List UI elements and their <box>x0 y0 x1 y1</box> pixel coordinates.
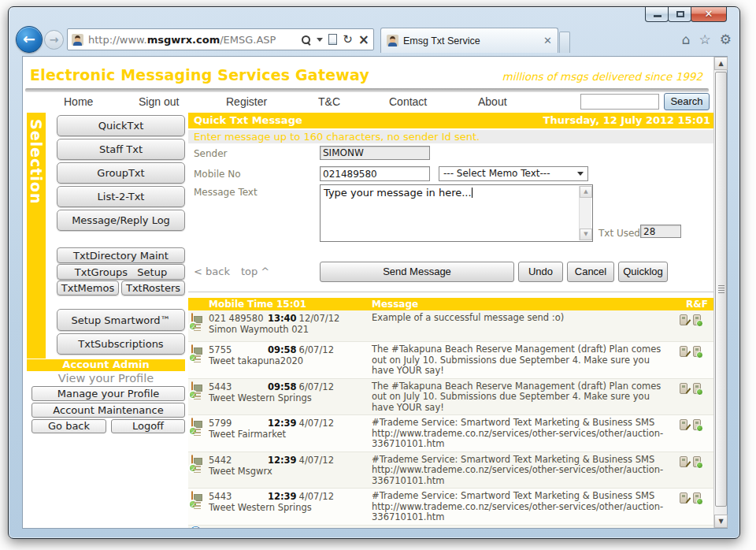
nav-item[interactable]: T&C <box>318 95 340 108</box>
nav-item[interactable]: Register <box>226 95 267 108</box>
sidebar-button[interactable]: List-2-Txt <box>57 186 185 207</box>
back-button[interactable]: ← <box>16 26 43 53</box>
new-tab-button[interactable] <box>559 32 570 53</box>
table-row[interactable]: 544312:394/07/12 Tweet Western Springs #… <box>188 489 713 526</box>
sidebar-button[interactable]: TxtMemos <box>57 281 119 295</box>
message-text: Thanks Boarding now <box>372 528 680 529</box>
status-badge-icon <box>188 390 198 399</box>
mobile-field[interactable] <box>320 166 430 181</box>
message-time: 12:39 <box>268 491 297 502</box>
message-time: 12:39 <box>268 418 297 429</box>
address-bar[interactable]: http://www.msgwrx.com/EMSG.ASP ↻ × <box>67 28 374 50</box>
account-admin-button[interactable]: Logoff <box>111 419 185 433</box>
forward-icon[interactable] <box>693 419 701 430</box>
message-date: 4/07/12 <box>299 491 334 502</box>
close-button[interactable]: ✕ <box>691 7 727 22</box>
stop-icon[interactable]: × <box>358 34 369 45</box>
sidebar-button[interactable]: Setup Smartword™ <box>57 309 185 331</box>
message-text: #Trademe Service: Smartword Text Marketi… <box>372 418 680 450</box>
message-textarea[interactable]: Type your message in here... ▲ ▼ <box>320 184 593 242</box>
memo-select[interactable]: --- Select Memo Text--- <box>439 166 588 181</box>
textarea-scrollbar[interactable]: ▲ ▼ <box>579 186 591 240</box>
sidebar-button[interactable]: TxtGroups Setup <box>57 264 185 280</box>
table-row[interactable]: 575509:586/07/12 Tweet takapuna2020 The … <box>188 342 713 379</box>
favorites-star-icon[interactable]: ☆ <box>699 32 711 47</box>
forward-icon[interactable] <box>693 383 701 394</box>
account-admin-button[interactable]: Manage your Profile <box>32 386 185 401</box>
scroll-up-icon[interactable]: ▲ <box>580 186 592 198</box>
contact-name: Tweet Western Springs <box>209 392 372 403</box>
tab-close-icon[interactable]: ✕ <box>543 36 552 46</box>
minimize-icon <box>654 15 662 17</box>
search-input[interactable] <box>580 94 659 110</box>
mobile-number: 021 489580 <box>209 313 268 324</box>
page-content: Electronic Messaging Services Gateway mi… <box>23 57 713 528</box>
tools-gear-icon[interactable]: ⚙ <box>720 32 732 47</box>
back-link[interactable]: < back <box>194 266 230 277</box>
scrollbar-thumb[interactable] <box>715 72 727 507</box>
phone-icon <box>191 491 193 507</box>
scroll-down-icon[interactable]: ▼ <box>580 229 592 240</box>
top-link[interactable]: top ^ <box>241 266 269 277</box>
undo-button[interactable]: Undo <box>518 262 563 282</box>
scroll-down-icon[interactable]: ▼ <box>714 515 728 528</box>
cancel-button[interactable]: Cancel <box>567 262 614 282</box>
nav-item[interactable]: About <box>478 95 507 108</box>
home-icon[interactable]: ⌂ <box>682 32 691 47</box>
message-log: 021 48958013:4012/07/12 Simon Waymouth 0… <box>188 310 713 528</box>
forward-icon[interactable] <box>693 346 701 357</box>
account-admin-button[interactable]: Go back <box>32 419 106 433</box>
sender-field[interactable] <box>320 146 430 160</box>
table-row[interactable]: 021 48958013:4012/07/12 Simon Waymouth 0… <box>188 310 713 342</box>
sidebar-button[interactable]: TxtSubscriptions <box>57 333 185 355</box>
reply-icon[interactable] <box>680 346 687 357</box>
page-scrollbar[interactable]: ▲ ▼ <box>713 57 727 528</box>
message-text: #Trademe Service: Smartword Text Marketi… <box>372 491 680 523</box>
search-dropdown-icon[interactable] <box>317 38 323 42</box>
compatibility-view-icon[interactable] <box>328 34 337 45</box>
status-badge-icon <box>188 426 198 436</box>
search-icon[interactable] <box>301 35 311 45</box>
quicklog-button[interactable]: Quicklog <box>618 262 668 282</box>
minimize-button[interactable] <box>645 7 669 22</box>
sidebar-button[interactable]: Message/Reply Log <box>57 210 185 231</box>
message-time: 09:58 <box>268 381 297 392</box>
scroll-up-icon[interactable]: ▲ <box>714 57 728 70</box>
table-row[interactable]: 544212:394/07/12 Tweet Msgwrx #Trademe S… <box>188 452 713 489</box>
nav-item[interactable]: Home <box>64 95 93 108</box>
browser-toolbar: ← → http://www.msgwrx.com/EMSG.ASP ↻ × E… <box>9 24 739 56</box>
reply-icon[interactable] <box>680 314 687 325</box>
send-message-button[interactable]: Send Message <box>320 262 514 282</box>
table-row[interactable]: 021 97017616:422/07/12 Iain on 021 Thank… <box>188 526 713 529</box>
account-admin-button[interactable]: Account Maintenance <box>32 403 185 418</box>
forward-button[interactable]: → <box>44 30 64 50</box>
reply-icon[interactable] <box>680 456 687 467</box>
url-text[interactable]: http://www.msgwrx.com/EMSG.ASP <box>88 34 301 46</box>
forward-icon[interactable] <box>693 314 701 325</box>
search-button[interactable]: Search <box>664 93 710 110</box>
sidebar-button[interactable]: QuickTxt <box>57 115 185 136</box>
sidebar-button[interactable]: GroupTxt <box>57 162 185 184</box>
reply-icon[interactable] <box>680 383 687 394</box>
reply-icon[interactable] <box>680 492 687 504</box>
nav-item[interactable]: Sign out <box>139 95 179 108</box>
tab-favicon <box>387 35 398 46</box>
view-profile-label: View your Profile <box>27 372 185 385</box>
nav-item[interactable]: Contact <box>389 95 427 108</box>
reply-icon[interactable] <box>680 419 687 430</box>
maximize-button[interactable] <box>668 7 691 22</box>
table-row[interactable]: 579912:394/07/12 Tweet Fairmarket #Trade… <box>188 415 713 452</box>
refresh-icon[interactable]: ↻ <box>343 34 353 45</box>
sidebar-button[interactable]: TxtRosters <box>121 281 185 295</box>
browser-tab[interactable]: Emsg Txt Service ✕ <box>380 28 558 53</box>
sidebar-button[interactable]: Staff Txt <box>57 139 185 160</box>
txt-used-field[interactable] <box>640 225 681 238</box>
sidebar-button[interactable]: TxtDirectory Maint <box>57 247 185 263</box>
forward-icon[interactable] <box>693 456 701 467</box>
message-text: Example of a successful message send :o) <box>372 313 680 340</box>
contact-name: Tweet Fairmarket <box>209 429 372 440</box>
panel-title: Quick Txt Message <box>194 114 302 126</box>
table-row[interactable]: 544309:586/07/12 Tweet Western Springs T… <box>188 379 713 416</box>
forward-icon[interactable] <box>693 492 701 504</box>
page-title: Electronic Messaging Services Gateway <box>30 66 369 84</box>
